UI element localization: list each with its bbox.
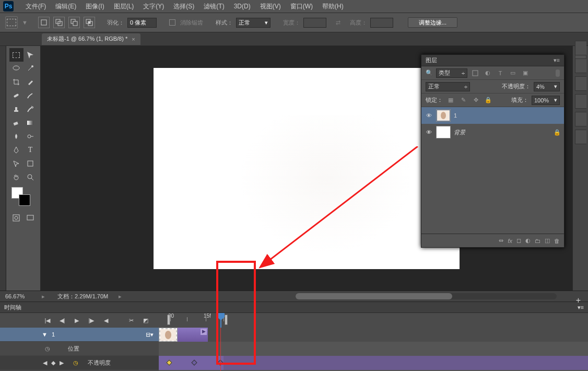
filter-shape-icon[interactable]: ▭ — [508, 68, 518, 78]
next-key-icon[interactable]: ▶ — [60, 360, 64, 366]
selection-int-icon[interactable] — [84, 17, 95, 28]
filter-smart-icon[interactable]: ▣ — [521, 68, 530, 78]
panel-tab-icon[interactable] — [575, 112, 586, 126]
mask-icon[interactable]: ◻ — [516, 237, 521, 244]
hand-tool[interactable] — [9, 170, 23, 184]
zoom-value[interactable]: 66.67% — [0, 293, 42, 299]
lock-pos-icon[interactable]: ✥ — [471, 96, 480, 105]
prev-key-icon[interactable]: ◀ — [43, 360, 47, 366]
stopwatch-icon[interactable]: ◷ — [73, 360, 78, 366]
panel-menu-icon[interactable]: ▾≡ — [554, 57, 560, 64]
color-swatches[interactable] — [6, 187, 40, 208]
feather-input[interactable]: 0 像素 — [127, 18, 157, 28]
prop-position[interactable]: ◷ 位置 — [0, 342, 159, 356]
delete-icon[interactable]: 🗑 — [554, 238, 560, 244]
refine-edge-button[interactable]: 调整边缘... — [408, 17, 457, 28]
timeline-ruler[interactable]: 00 15f — [159, 313, 588, 328]
panel-tab-icon[interactable] — [575, 94, 586, 109]
heal-tool[interactable] — [9, 89, 23, 102]
dodge-tool[interactable] — [23, 130, 38, 143]
panel-tab-icon[interactable] — [575, 41, 586, 55]
menu-layer[interactable]: 图层(L) — [109, 0, 139, 13]
pen-tool[interactable] — [9, 143, 23, 157]
visibility-icon[interactable]: 👁 — [425, 129, 433, 135]
shape-tool[interactable] — [23, 157, 38, 170]
eyedropper-tool[interactable] — [23, 75, 38, 89]
panel-tab-icon[interactable] — [575, 59, 586, 73]
lock-trans-icon[interactable]: ▦ — [446, 96, 455, 105]
path-select-tool[interactable] — [9, 157, 23, 170]
document-canvas[interactable] — [154, 68, 460, 269]
stopwatch-icon[interactable]: ◷ — [45, 345, 50, 352]
layer-name[interactable]: 背景 — [454, 129, 465, 136]
prev-frame-button[interactable]: ◀| — [56, 315, 68, 326]
eraser-tool[interactable] — [9, 116, 23, 130]
layer-thumbnail[interactable] — [436, 126, 451, 138]
track-header[interactable]: ▼1 ⊟▾ — [0, 328, 159, 342]
type-tool[interactable]: T — [23, 143, 38, 157]
document-tab[interactable]: 未标题-1 @ 66.7% (1, RGB/8) *× — [42, 33, 140, 45]
split-icon[interactable]: ✂ — [125, 315, 137, 326]
antialias-checkbox[interactable] — [169, 19, 175, 26]
fx-icon[interactable]: fx — [508, 238, 512, 244]
history-brush-tool[interactable] — [23, 102, 38, 116]
blur-tool[interactable] — [9, 130, 23, 143]
menu-3d[interactable]: 3D(D) — [229, 0, 255, 13]
menu-file[interactable]: 文件(F) — [21, 0, 51, 13]
work-start-handle[interactable] — [167, 315, 170, 325]
group-icon[interactable]: 🗀 — [535, 238, 540, 244]
move-tool[interactable] — [23, 48, 38, 62]
play-button[interactable]: ▶ — [71, 315, 83, 326]
h-scrollbar[interactable] — [296, 293, 557, 299]
menu-view[interactable]: 视图(V) — [255, 0, 286, 13]
fill-input[interactable]: 100%▾ — [532, 96, 560, 105]
timeline-title[interactable]: 时间轴 — [4, 304, 21, 311]
track-content[interactable]: ▶ — [159, 328, 588, 371]
marquee-tool[interactable] — [9, 48, 23, 62]
selection-sub-icon[interactable] — [68, 17, 80, 28]
next-frame-button[interactable]: |▶ — [86, 315, 97, 326]
layer-name[interactable]: 1 — [454, 112, 457, 119]
work-end-handle[interactable] — [225, 315, 228, 325]
close-icon[interactable]: × — [132, 36, 135, 42]
filter-pixel-icon[interactable] — [471, 68, 480, 78]
lock-pixel-icon[interactable]: ✎ — [458, 96, 468, 105]
panel-tab-icon[interactable] — [575, 130, 586, 144]
layer-row[interactable]: 👁 1 — [421, 107, 564, 124]
menu-type[interactable]: 文字(Y) — [138, 0, 169, 13]
layer-filter-kind[interactable]: 类型÷ — [436, 68, 467, 78]
crop-tool[interactable] — [9, 75, 23, 89]
expand-icon[interactable]: ▸ — [42, 293, 45, 300]
video-clip[interactable]: ▶ — [159, 328, 228, 342]
selection-add-icon[interactable] — [53, 17, 65, 28]
menu-image[interactable]: 图像(I) — [81, 0, 109, 13]
keyframe[interactable] — [191, 360, 197, 365]
new-layer-icon[interactable]: ◫ — [545, 237, 550, 244]
menu-select[interactable]: 选择(S) — [169, 0, 199, 13]
opacity-input[interactable]: 4%▾ — [534, 82, 560, 91]
menu-help[interactable]: 帮助(H) — [317, 0, 348, 13]
zoom-tool[interactable] — [23, 170, 38, 184]
layer-row[interactable]: 👁 背景 🔒 — [421, 124, 564, 141]
filter-toggle[interactable] — [556, 69, 560, 77]
wand-tool[interactable] — [23, 62, 38, 75]
layers-panel-title[interactable]: 图层 — [426, 56, 437, 64]
gradient-tool[interactable] — [23, 116, 38, 130]
adjustment-icon[interactable]: ◐ — [525, 237, 531, 244]
quickmask-icon[interactable] — [9, 211, 23, 225]
screenmode-icon[interactable] — [23, 211, 38, 225]
keyframe[interactable] — [166, 360, 172, 365]
link-layers-icon[interactable]: ⇔ — [499, 237, 503, 244]
filter-adjust-icon[interactable]: ◐ — [483, 68, 492, 78]
stamp-tool[interactable] — [9, 102, 23, 116]
lasso-tool[interactable] — [9, 62, 23, 75]
filter-type-icon[interactable]: T — [496, 68, 505, 78]
panel-tab-icon[interactable] — [575, 76, 586, 91]
selection-new-icon[interactable] — [38, 17, 50, 28]
prop-opacity[interactable]: ◀ ◆ ▶ ◷ 不透明度 — [0, 356, 159, 370]
background-swatch[interactable] — [19, 194, 30, 206]
track-menu-icon[interactable]: ⊟▾ — [146, 331, 154, 338]
first-frame-button[interactable]: |◀ — [42, 315, 53, 326]
visibility-icon[interactable]: 👁 — [425, 112, 433, 119]
transition-icon[interactable]: ◩ — [140, 315, 151, 326]
